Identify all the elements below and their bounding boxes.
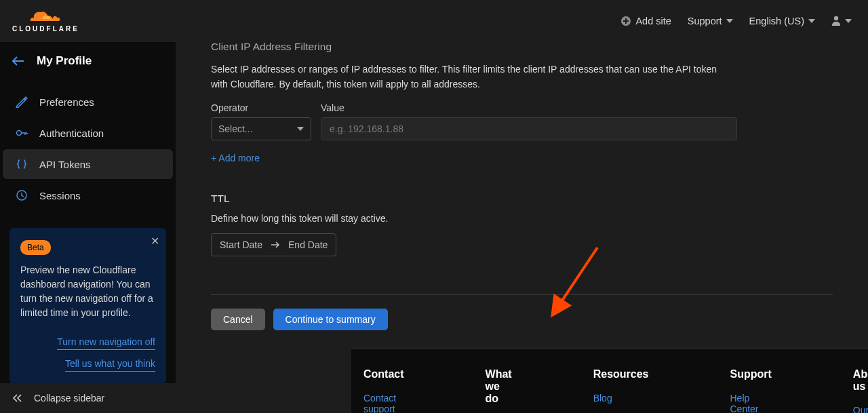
date-range-picker[interactable]: Start Date End Date — [211, 233, 336, 256]
add-site-button[interactable]: Add site — [620, 16, 671, 26]
footer-link-contact-support[interactable]: Contact support — [363, 393, 404, 413]
key-icon — [15, 126, 28, 140]
sidebar-item-sessions[interactable]: Sessions — [3, 180, 173, 210]
footer-link-blog[interactable]: Blog — [593, 393, 649, 404]
user-menu[interactable] — [831, 16, 852, 26]
language-dropdown[interactable]: English (US) — [749, 16, 815, 26]
operator-label: Operator — [211, 102, 311, 113]
footer-link-help-center[interactable]: Help Center — [730, 393, 772, 413]
button-row: Cancel Continue to summary — [211, 309, 833, 330]
cancel-button[interactable]: Cancel — [211, 309, 265, 330]
operator-select[interactable]: Select... — [211, 117, 311, 140]
beta-links: Turn new navigation off Tell us what you… — [20, 328, 155, 372]
chevron-down-icon — [726, 19, 733, 23]
collapse-sidebar-button[interactable]: Collapse sidebar — [0, 383, 176, 413]
sidebar-nav: Preferences Authentication API Tokens Se… — [0, 80, 176, 212]
arrow-right-icon — [271, 241, 280, 248]
user-icon — [831, 16, 841, 26]
beta-text: Preview the new Cloudflare dashboard nav… — [20, 263, 155, 320]
divider — [211, 294, 833, 295]
plus-circle-icon — [620, 16, 631, 26]
nav-label: Authentication — [39, 127, 104, 139]
beta-card: ✕ Beta Preview the new Cloudflare dashbo… — [9, 228, 166, 384]
collapse-icon — [12, 394, 23, 402]
beta-link-feedback[interactable]: Tell us what you think — [65, 357, 155, 372]
footer-col-what: What we do Plans — [486, 368, 512, 413]
svg-point-2 — [17, 131, 22, 136]
back-arrow-icon[interactable] — [12, 56, 24, 66]
ttl-desc: Define how long this token will stay act… — [211, 213, 833, 224]
value-label: Value — [321, 102, 737, 113]
footer: Contact Contact support What we do Plans… — [351, 349, 868, 413]
sidebar-item-preferences[interactable]: Preferences — [3, 87, 173, 117]
chevron-down-icon — [808, 19, 815, 23]
chevron-down-icon — [297, 127, 304, 131]
continue-button[interactable]: Continue to summary — [273, 309, 388, 330]
logo[interactable]: CLOUDFLARE — [12, 9, 79, 33]
footer-link-our-team[interactable]: Our team — [853, 405, 868, 413]
close-icon[interactable]: ✕ — [151, 233, 159, 250]
support-dropdown[interactable]: Support — [688, 16, 733, 26]
beta-link-turn-off[interactable]: Turn new navigation off — [57, 335, 155, 350]
sidebar-item-api-tokens[interactable]: API Tokens — [3, 149, 173, 179]
sidebar-title: My Profile — [37, 54, 92, 68]
footer-col-about: About us Our team — [853, 368, 868, 413]
main-content: Client IP Address Filtering Select IP ad… — [176, 42, 868, 413]
clock-icon — [15, 189, 28, 202]
nav-label: API Tokens — [39, 159, 91, 170]
sidebar-header: My Profile — [0, 42, 176, 80]
nav-label: Sessions — [39, 190, 81, 201]
ip-filter-title: Client IP Address Filtering — [211, 42, 833, 53]
sidebar-item-authentication[interactable]: Authentication — [3, 118, 173, 148]
nav-label: Preferences — [39, 96, 94, 108]
braces-icon — [15, 157, 28, 171]
footer-col-contact: Contact Contact support — [363, 368, 404, 413]
add-more-link[interactable]: + Add more — [211, 153, 260, 163]
header-right: Add site Support English (US) — [620, 16, 852, 26]
ip-filter-desc: Select IP addresses or ranges of IP addr… — [211, 62, 733, 92]
ip-filter-form-row: Operator Select... Value — [211, 102, 833, 140]
svg-point-1 — [834, 16, 838, 20]
cloudflare-icon — [29, 9, 62, 23]
footer-col-resources: Resources Blog — [593, 368, 649, 413]
chevron-down-icon — [845, 19, 852, 23]
ttl-section: TTL Define how long this token will stay… — [211, 193, 833, 256]
header: CLOUDFLARE Add site Support English (US) — [0, 0, 868, 42]
value-input[interactable] — [321, 117, 737, 140]
logo-text: CLOUDFLARE — [12, 25, 79, 33]
footer-col-support: Support Help Center — [730, 368, 772, 413]
beta-badge: Beta — [20, 240, 51, 255]
sidebar: My Profile Preferences Authentication AP… — [0, 42, 176, 413]
ttl-title: TTL — [211, 193, 833, 205]
pencil-icon — [15, 95, 28, 109]
